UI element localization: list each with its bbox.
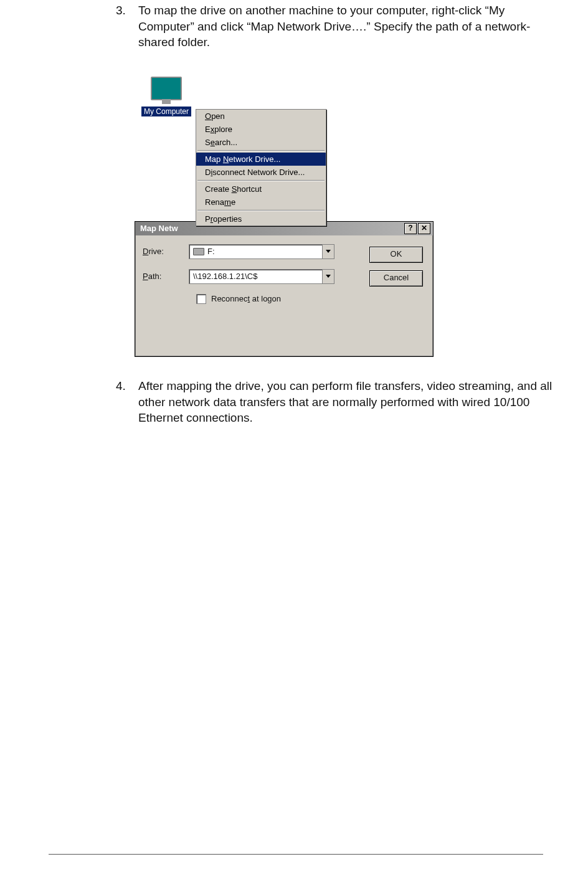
context-menu-item-search[interactable]: Search... bbox=[196, 136, 326, 149]
step-3-text: To map the drive on another machine to y… bbox=[138, 2, 562, 50]
step-4-number: 4. bbox=[116, 378, 138, 426]
drive-label: Drive: bbox=[143, 247, 189, 256]
context-menu-item-disconnect-network-drive[interactable]: Disconnect Network Drive... bbox=[196, 166, 326, 179]
ok-button[interactable]: OK bbox=[369, 247, 423, 263]
context-menu-item-map-network-drive[interactable]: Map Network Drive... bbox=[196, 153, 326, 166]
step-4: 4. After mapping the drive, you can perf… bbox=[116, 378, 588, 426]
dialog-title: Map Netw bbox=[140, 224, 178, 233]
menu-separator bbox=[197, 150, 325, 151]
path-combobox[interactable]: \\192.168.1.21\C$ bbox=[189, 269, 334, 284]
desktop-icon-label: My Computer bbox=[141, 107, 191, 116]
page-footer-rule bbox=[49, 854, 543, 855]
drive-icon bbox=[193, 248, 204, 255]
context-menu-item-explore[interactable]: Explore bbox=[196, 123, 326, 136]
drive-dropdown-arrow[interactable] bbox=[322, 245, 334, 258]
desktop-icon-my-computer[interactable]: My Computer bbox=[137, 77, 196, 116]
chevron-down-icon bbox=[326, 250, 331, 253]
titlebar-help-button[interactable]: ? bbox=[404, 223, 417, 234]
context-menu-item-create-shortcut[interactable]: Create Shortcut bbox=[196, 183, 326, 196]
computer-icon bbox=[151, 77, 182, 100]
chevron-down-icon bbox=[326, 275, 331, 278]
path-label: Path: bbox=[143, 272, 189, 281]
path-value: \\192.168.1.21\C$ bbox=[193, 272, 257, 281]
context-menu-item-properties[interactable]: Properties bbox=[196, 212, 326, 225]
context-menu: Open Explore Search... Map Network Drive… bbox=[196, 109, 326, 226]
menu-separator bbox=[197, 210, 325, 211]
reconnect-at-logon-label: Reconnect at logon bbox=[211, 294, 281, 303]
map-network-drive-dialog: Map Netw ? ✕ Drive: F: bbox=[135, 221, 434, 357]
titlebar-close-button[interactable]: ✕ bbox=[418, 223, 430, 234]
figure-screenshot: My Computer Map Netw ? ✕ Drive: F: bbox=[135, 77, 434, 343]
step-4-text: After mapping the drive, you can perform… bbox=[138, 378, 562, 426]
step-3: 3. To map the drive on another machine t… bbox=[116, 2, 588, 50]
drive-value: F: bbox=[207, 247, 215, 256]
context-menu-item-rename[interactable]: Rename bbox=[196, 196, 326, 209]
cancel-button[interactable]: Cancel bbox=[369, 270, 423, 287]
step-3-number: 3. bbox=[116, 2, 138, 50]
context-menu-item-open[interactable]: Open bbox=[196, 110, 326, 123]
reconnect-at-logon-checkbox[interactable] bbox=[196, 294, 206, 304]
path-dropdown-arrow[interactable] bbox=[322, 270, 334, 283]
menu-separator bbox=[197, 180, 325, 181]
drive-combobox[interactable]: F: bbox=[189, 244, 334, 259]
